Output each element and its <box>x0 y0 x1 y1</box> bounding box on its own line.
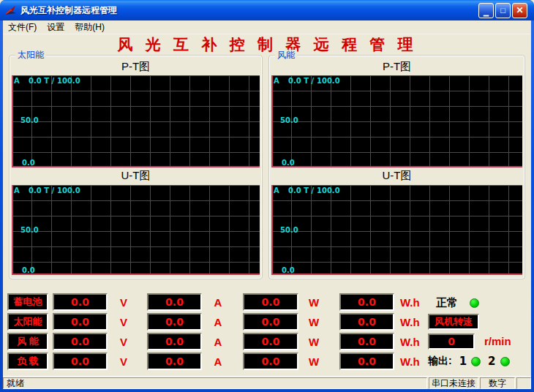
power-unit-label: W <box>303 353 325 370</box>
voltage-unit-label: V <box>113 353 135 370</box>
page-title: 风 光 互 补 控 制 器 远 程 管 理 <box>3 34 531 53</box>
group-wind: 风能 P-T图 A 0.0 T / 100.0 50.0 0.0 U-T图 A … <box>268 55 525 279</box>
menu-file[interactable]: 文件(F) <box>3 20 42 34</box>
y-axis-line <box>271 185 273 275</box>
fan-speed-label: 风机转速 <box>428 314 479 330</box>
close-button[interactable]: ✕ <box>512 3 527 18</box>
axis-time-label: 0.0 T / <box>29 77 54 85</box>
statusbar-num-mode: 数字 <box>480 377 515 389</box>
axis-ymax-label: 100.0 <box>317 186 340 195</box>
wind-ut-chart: A 0.0 T / 100.0 50.0 0.0 <box>271 185 522 275</box>
voltage-unit-label: V <box>113 333 135 350</box>
menu-help[interactable]: 帮助(H) <box>69 20 110 34</box>
application-window: 风光互补控制器远程管理 ▁ □ ✕ 文件(F) 设置 帮助(H) 风 光 互 补… <box>0 0 534 392</box>
voltage-unit-label: V <box>113 313 135 331</box>
load-power-display: 0.0 <box>243 353 298 370</box>
wind-energy-display: 0.0 <box>339 333 394 350</box>
energy-unit-label: W.h <box>400 333 429 350</box>
output-label: 输出: <box>428 355 452 368</box>
wind-power-display: 0.0 <box>243 333 298 350</box>
axis-corner-label: A <box>14 77 20 85</box>
x-axis-line <box>271 274 522 275</box>
axis-corner-label: A <box>14 186 20 195</box>
output2-led <box>500 357 510 366</box>
window-title: 风光互补控制器远程管理 <box>20 4 478 17</box>
output1-led <box>471 357 481 366</box>
x-axis-line <box>271 166 522 167</box>
group-solar: 太阳能 P-T图 A 0.0 T / 100.0 50.0 0.0 U-T图 A… <box>9 55 263 279</box>
axis-ymid-label: 50.0 <box>20 116 39 124</box>
axis-ymid-label: 50.0 <box>20 226 39 234</box>
normal-status-label: 正常 <box>436 296 458 310</box>
measurement-panel: 蓄电池 0.0 V 0.0 A 0.0 W 0.0 W.h 太阳能 0.0 V … <box>3 293 531 370</box>
x-axis-line <box>12 166 260 167</box>
axis-ymin-label: 0.0 <box>282 266 295 274</box>
current-unit-label: A <box>207 293 229 311</box>
current-unit-label: A <box>207 353 229 370</box>
row-label-load: 负 载 <box>7 353 48 370</box>
wind-ut-chart-title: U-T图 <box>269 169 524 183</box>
axis-time-label: 0.0 T / <box>288 77 314 85</box>
output2-number: 2 <box>488 355 495 368</box>
power-unit-label: W <box>303 293 325 311</box>
battery-current-display: 0.0 <box>147 293 202 311</box>
load-energy-display: 0.0 <box>339 353 394 370</box>
energy-unit-label: W.h <box>400 313 429 331</box>
fan-speed-display: 0 <box>428 333 475 350</box>
output-status: 输出: 1 2 <box>428 355 510 368</box>
statusbar-ready: 就绪 <box>3 377 427 389</box>
axis-ymid-label: 50.0 <box>280 116 298 124</box>
fan-speed-unit-label: r/min <box>484 335 511 347</box>
battery-voltage-display: 0.0 <box>53 293 108 311</box>
group-wind-label: 风能 <box>275 50 297 60</box>
power-unit-label: W <box>303 313 325 331</box>
row-label-wind: 风 能 <box>7 333 48 350</box>
normal-status-led <box>470 298 479 308</box>
status-bar: 就绪 串口未连接 数字 <box>3 376 531 389</box>
y-axis-line <box>271 75 273 167</box>
battery-energy-display: 0.0 <box>339 293 394 311</box>
axis-ymid-label: 50.0 <box>280 226 298 234</box>
minimize-button[interactable]: ▁ <box>478 3 494 18</box>
power-unit-label: W <box>303 333 325 350</box>
app-icon <box>4 4 18 16</box>
axis-ymax-label: 100.0 <box>57 77 80 85</box>
solar-ut-chart: A 0.0 T / 100.0 50.0 0.0 <box>12 185 260 275</box>
load-current-display: 0.0 <box>147 353 202 370</box>
solar-voltage-display: 0.0 <box>53 313 108 331</box>
wind-voltage-display: 0.0 <box>53 333 108 350</box>
menu-bar: 文件(F) 设置 帮助(H) <box>3 20 531 34</box>
wind-pt-chart: A 0.0 T / 100.0 50.0 0.0 <box>271 75 522 167</box>
solar-current-display: 0.0 <box>147 313 202 331</box>
x-axis-line <box>12 274 260 275</box>
maximize-button[interactable]: □ <box>495 3 511 18</box>
solar-energy-display: 0.0 <box>339 313 394 331</box>
current-unit-label: A <box>207 313 229 331</box>
current-unit-label: A <box>207 333 229 350</box>
axis-ymin-label: 0.0 <box>22 266 35 274</box>
row-label-battery: 蓄电池 <box>7 293 48 311</box>
axis-corner-label: A <box>274 186 279 195</box>
load-voltage-display: 0.0 <box>53 353 108 370</box>
statusbar-end-panel <box>516 377 531 389</box>
wind-pt-chart-title: P-T图 <box>269 60 524 74</box>
axis-time-label: 0.0 T / <box>29 186 54 195</box>
statusbar-serial-status: 串口未连接 <box>429 377 478 389</box>
energy-unit-label: W.h <box>400 353 429 370</box>
energy-unit-label: W.h <box>400 293 429 311</box>
solar-power-display: 0.0 <box>243 313 298 331</box>
system-status: 正常 <box>436 296 479 310</box>
axis-ymax-label: 100.0 <box>57 186 80 195</box>
menu-settings[interactable]: 设置 <box>42 20 69 34</box>
wind-current-display: 0.0 <box>147 333 202 350</box>
group-solar-label: 太阳能 <box>15 50 46 60</box>
axis-ymin-label: 0.0 <box>22 159 35 167</box>
output1-number: 1 <box>459 355 467 368</box>
title-bar[interactable]: 风光互补控制器远程管理 ▁ □ ✕ <box>0 0 534 20</box>
window-body: 文件(F) 设置 帮助(H) 风 光 互 补 控 制 器 远 程 管 理 太阳能… <box>3 20 531 389</box>
voltage-unit-label: V <box>113 293 135 311</box>
battery-power-display: 0.0 <box>243 293 298 311</box>
axis-ymin-label: 0.0 <box>282 159 295 167</box>
solar-pt-chart: A 0.0 T / 100.0 50.0 0.0 <box>12 75 260 167</box>
axis-corner-label: A <box>274 77 279 85</box>
